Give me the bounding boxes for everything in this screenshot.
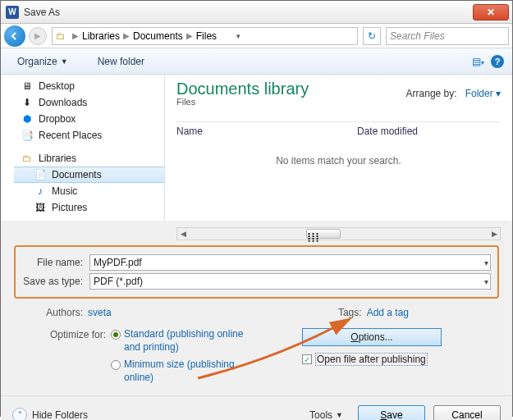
radio-minimum[interactable]: Minimum size (publishing online) — [111, 358, 255, 384]
pictures-icon: 🖼 — [34, 202, 47, 213]
tree-downloads[interactable]: ⬇Downloads — [1, 94, 164, 111]
tags-value[interactable]: Add a tag — [367, 307, 409, 318]
nav-bar: ▶ 🗀 ▶ Libraries ▶ Documents ▶ Files ▾ ↻ … — [1, 24, 512, 48]
forward-button: ▶ — [29, 27, 47, 45]
nav-tree: 🖥Desktop ⬇Downloads ⬢Dropbox 📑Recent Pla… — [1, 75, 165, 221]
chevron-down-icon[interactable]: ▾ — [236, 32, 240, 40]
libraries-icon: 🗀 — [56, 30, 66, 42]
col-date[interactable]: Date modified — [357, 126, 418, 137]
tools-menu[interactable]: Tools▼ — [309, 409, 343, 420]
music-icon: ♪ — [34, 185, 47, 197]
col-name[interactable]: Name — [176, 126, 357, 137]
arrow-left-icon — [10, 31, 20, 41]
file-list-pane: Documents library Files Arrange by: Fold… — [165, 75, 512, 221]
downloads-icon: ⬇ — [21, 97, 34, 108]
highlight-annotation: File name: MyPDF.pdf▾ Save as type: PDF … — [14, 245, 499, 299]
horizontal-scrollbar[interactable]: ◀ ⁞⁞⁞ ▶ — [176, 227, 501, 240]
checkbox-icon: ✓ — [302, 354, 312, 364]
word-app-icon: W — [6, 6, 19, 19]
tree-documents[interactable]: 📄Documents — [14, 167, 164, 183]
save-as-dialog: W Save As ✕ ▶ 🗀 ▶ Libraries ▶ Documents … — [0, 0, 513, 417]
save-button[interactable]: Save — [358, 405, 425, 420]
chevron-down-icon[interactable]: ▾ — [484, 277, 488, 286]
help-icon[interactable]: ? — [491, 55, 504, 68]
scroll-left-icon[interactable]: ◀ — [177, 228, 189, 240]
cancel-button[interactable]: Cancel — [433, 405, 501, 420]
address-bar[interactable]: 🗀 ▶ Libraries ▶ Documents ▶ Files ▾ — [52, 27, 358, 45]
breadcrumb-seg[interactable]: Documents — [133, 30, 183, 42]
authors-value[interactable]: sveta — [88, 307, 112, 318]
options-button[interactable]: Options... — [302, 328, 442, 346]
close-button[interactable]: ✕ — [473, 4, 509, 21]
optimize-label: Optimize for: — [14, 328, 111, 340]
documents-icon: 📄 — [34, 169, 47, 180]
recent-icon: 📑 — [21, 130, 34, 141]
titlebar: W Save As ✕ — [1, 1, 512, 24]
chevron-down-icon: ▼ — [336, 411, 343, 419]
bottom-bar: ˄ Hide Folders Tools▼ Save Cancel — [1, 395, 512, 420]
close-icon: ✕ — [487, 7, 495, 18]
back-button[interactable] — [4, 25, 25, 47]
search-input[interactable]: Search Files — [386, 27, 509, 45]
empty-message: No items match your search. — [176, 155, 501, 167]
tree-music[interactable]: ♪Music — [14, 183, 164, 199]
authors-label: Authors: — [14, 307, 88, 318]
column-headers: Name Date modified — [176, 121, 501, 137]
desktop-icon: 🖥 — [21, 80, 34, 92]
chevron-up-icon: ˄ — [12, 408, 27, 420]
refresh-button[interactable]: ↻ — [363, 27, 381, 45]
form-area: File name: MyPDF.pdf▾ Save as type: PDF … — [1, 240, 512, 395]
chevron-right-icon: ▶ — [123, 31, 130, 40]
toolbar: Organize▼ New folder ▤▾ ? — [1, 48, 512, 75]
arrange-by: Arrange by: Folder ▾ — [406, 88, 501, 99]
view-menu-icon[interactable]: ▤▾ — [472, 56, 484, 67]
tree-dropbox[interactable]: ⬢Dropbox — [1, 111, 164, 127]
radio-icon — [111, 330, 121, 340]
filename-input[interactable]: MyPDF.pdf▾ — [89, 254, 491, 271]
saveastype-label: Save as type: — [22, 276, 89, 287]
scroll-thumb[interactable]: ⁞⁞⁞ — [306, 229, 341, 239]
dropbox-icon: ⬢ — [21, 113, 34, 125]
breadcrumb-seg[interactable]: Libraries — [82, 30, 120, 42]
organize-menu[interactable]: Organize▼ — [9, 54, 76, 69]
new-folder-button[interactable]: New folder — [91, 54, 151, 69]
chevron-right-icon: ▶ — [186, 31, 193, 40]
scroll-right-icon[interactable]: ▶ — [488, 228, 500, 240]
saveastype-select[interactable]: PDF (*.pdf)▾ — [89, 273, 491, 290]
filename-label: File name: — [22, 257, 89, 268]
chevron-down-icon[interactable]: ▾ — [484, 258, 488, 267]
libraries-icon: 🗀 — [21, 153, 34, 164]
chevron-down-icon: ▼ — [61, 57, 68, 66]
breadcrumb-seg[interactable]: Files — [196, 30, 217, 42]
window-title: Save As — [24, 7, 473, 18]
tree-recent[interactable]: 📑Recent Places — [1, 127, 164, 144]
tags-label: Tags: — [326, 307, 367, 318]
tree-pictures[interactable]: 🖼Pictures — [14, 199, 164, 216]
open-after-checkbox[interactable]: ✓ Open file after publishing — [302, 353, 499, 366]
tree-libraries[interactable]: 🗀Libraries — [14, 150, 164, 167]
radio-icon — [111, 360, 121, 370]
radio-standard[interactable]: Standard (publishing online and printing… — [111, 328, 255, 354]
hide-folders-button[interactable]: ˄ Hide Folders — [12, 408, 88, 420]
chevron-right-icon: ▶ — [72, 31, 79, 40]
arrange-by-value[interactable]: Folder ▾ — [465, 88, 501, 99]
tree-desktop[interactable]: 🖥Desktop — [1, 78, 164, 94]
